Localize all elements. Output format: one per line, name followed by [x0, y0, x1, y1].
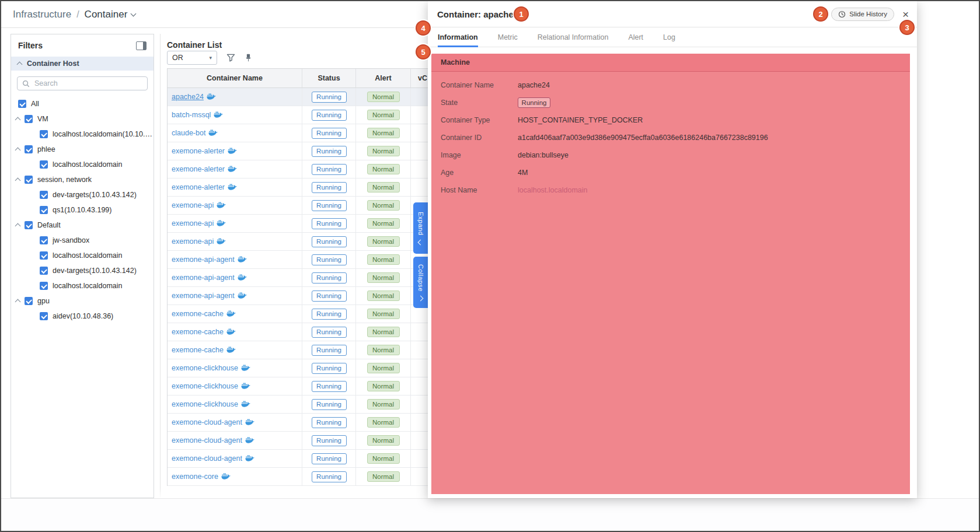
table-row[interactable]: batch-mssql Running Normal	[168, 106, 428, 124]
container-name-link[interactable]: exemone-clickhouse	[172, 400, 238, 408]
container-name-link[interactable]: exemone-api-agent	[172, 292, 235, 300]
tree-group[interactable]: session, network	[11, 172, 154, 187]
slide-history-button[interactable]: Slide History	[831, 8, 894, 21]
container-name-link[interactable]: exemone-cache	[172, 310, 224, 318]
tab-relational-information[interactable]: Relational Information	[538, 27, 609, 47]
tree-item-all[interactable]: All	[11, 96, 154, 111]
tree-item[interactable]: jw-sandbox	[11, 233, 154, 248]
tree-item[interactable]: localhost.localdomain	[11, 278, 154, 293]
chevron-up-icon[interactable]	[15, 223, 21, 229]
checkbox[interactable]	[40, 191, 48, 199]
tree-group[interactable]: VM	[11, 111, 154, 127]
table-row[interactable]: exemone-cloud-agent Running Normal	[168, 450, 428, 468]
status-running-button[interactable]: Running	[312, 417, 347, 428]
tree-item[interactable]: qs1(10.10.43.199)	[11, 202, 154, 218]
table-row[interactable]: exemone-alerter Running Normal	[168, 160, 428, 178]
chevron-up-icon[interactable]	[15, 299, 21, 305]
tree-group[interactable]: phlee	[11, 142, 154, 157]
container-name-link[interactable]: exemone-alerter	[172, 183, 225, 191]
container-name-link[interactable]: claude-bot	[172, 129, 205, 137]
container-name-link[interactable]: exemone-alerter	[172, 165, 225, 173]
expand-tab[interactable]: Expand	[413, 202, 428, 254]
status-running-button[interactable]: Running	[312, 146, 347, 157]
status-running-button[interactable]: Running	[312, 327, 347, 338]
checkbox[interactable]	[40, 312, 48, 320]
table-row[interactable]: exemone-api Running Normal	[168, 215, 428, 233]
table-row[interactable]: exemone-cache Running Normal	[168, 341, 428, 359]
status-running-button[interactable]: Running	[312, 200, 347, 211]
table-row[interactable]: exemone-api Running Normal	[168, 197, 428, 215]
status-running-button[interactable]: Running	[312, 471, 347, 482]
table-row[interactable]: exemone-api-agent Running Normal	[168, 287, 428, 305]
close-icon[interactable]: ×	[902, 9, 909, 20]
container-name-link[interactable]: apache24	[172, 93, 204, 101]
status-running-button[interactable]: Running	[312, 435, 347, 446]
tab-metric[interactable]: Metric	[498, 27, 518, 47]
container-name-link[interactable]: exemone-api-agent	[172, 256, 235, 264]
tree-group[interactable]: Default	[11, 218, 154, 233]
status-running-button[interactable]: Running	[312, 381, 347, 392]
status-running-button[interactable]: Running	[312, 218, 347, 229]
status-running-button[interactable]: Running	[312, 363, 347, 374]
checkbox[interactable]	[25, 115, 33, 123]
tree-item[interactable]: localhost.localdomain	[11, 157, 154, 172]
table-row[interactable]: exemone-core Running Normal	[168, 468, 428, 486]
column-header-vcpu[interactable]: vC	[411, 69, 428, 88]
tree-group[interactable]: gpu	[11, 293, 154, 309]
section-container-host[interactable]: Container Host	[11, 57, 154, 71]
tree-item[interactable]: aidev(10.10.48.36)	[11, 309, 154, 324]
table-row[interactable]: claude-bot Running Normal	[168, 124, 428, 142]
tree-item[interactable]: localhost.localdomain	[11, 248, 154, 263]
status-running-button[interactable]: Running	[312, 236, 347, 247]
checkbox[interactable]	[18, 100, 26, 108]
checkbox[interactable]	[25, 176, 33, 184]
checkbox[interactable]	[40, 251, 48, 260]
chevron-up-icon[interactable]	[15, 148, 21, 153]
checkbox[interactable]	[40, 206, 48, 214]
breadcrumb-container-dropdown[interactable]: Container	[85, 9, 136, 20]
table-row[interactable]: exemone-clickhouse Running Normal	[168, 359, 428, 377]
collapse-tab[interactable]: Collapse	[413, 257, 428, 308]
status-running-button[interactable]: Running	[312, 290, 347, 302]
chevron-up-icon[interactable]	[15, 178, 21, 184]
container-name-link[interactable]: exemone-cache	[172, 346, 224, 354]
status-running-button[interactable]: Running	[312, 164, 347, 175]
status-running-button[interactable]: Running	[312, 272, 347, 284]
table-row[interactable]: exemone-cloud-agent Running Normal	[168, 432, 428, 450]
checkbox[interactable]	[40, 130, 48, 138]
tab-alert[interactable]: Alert	[628, 27, 643, 47]
container-name-link[interactable]: exemone-api	[172, 219, 214, 228]
checkbox[interactable]	[25, 297, 33, 305]
container-name-link[interactable]: exemone-api-agent	[172, 274, 235, 282]
container-name-link[interactable]: exemone-cloud-agent	[172, 436, 242, 444]
tree-item[interactable]: localhost.localdomain(10.10.4...	[11, 127, 154, 142]
container-name-link[interactable]: exemone-alerter	[172, 147, 225, 155]
container-name-link[interactable]: exemone-api	[172, 237, 214, 246]
table-row[interactable]: exemone-api Running Normal	[168, 233, 428, 251]
checkbox[interactable]	[25, 221, 33, 229]
table-row[interactable]: apache24 Running Normal	[168, 88, 428, 106]
chevron-up-icon[interactable]	[15, 117, 21, 123]
table-row[interactable]: exemone-alerter Running Normal	[168, 178, 428, 197]
tab-information[interactable]: Information	[438, 27, 478, 47]
table-row[interactable]: exemone-cache Running Normal	[168, 305, 428, 323]
column-header-container-name[interactable]: Container Name	[168, 69, 302, 88]
table-row[interactable]: exemone-alerter Running Normal	[168, 142, 428, 160]
column-header-status[interactable]: Status	[302, 69, 356, 88]
status-running-button[interactable]: Running	[312, 110, 347, 121]
filter-icon[interactable]	[226, 54, 235, 62]
table-row[interactable]: exemone-clickhouse Running Normal	[168, 377, 428, 396]
pin-icon[interactable]	[245, 54, 252, 62]
status-running-button[interactable]: Running	[312, 92, 347, 103]
status-running-button[interactable]: Running	[312, 399, 347, 410]
column-header-alert[interactable]: Alert	[356, 69, 411, 88]
tree-item[interactable]: dev-targets(10.10.43.142)	[11, 187, 154, 202]
tab-log[interactable]: Log	[663, 27, 675, 47]
search-input[interactable]	[33, 79, 142, 88]
checkbox[interactable]	[40, 160, 48, 169]
table-row[interactable]: exemone-clickhouse Running Normal	[168, 396, 428, 414]
breadcrumb-infrastructure-link[interactable]: Infrastructure	[13, 9, 71, 20]
status-running-button[interactable]: Running	[312, 345, 347, 356]
collapse-panel-icon[interactable]	[136, 41, 147, 50]
table-row[interactable]: exemone-cloud-agent Running Normal	[168, 414, 428, 432]
